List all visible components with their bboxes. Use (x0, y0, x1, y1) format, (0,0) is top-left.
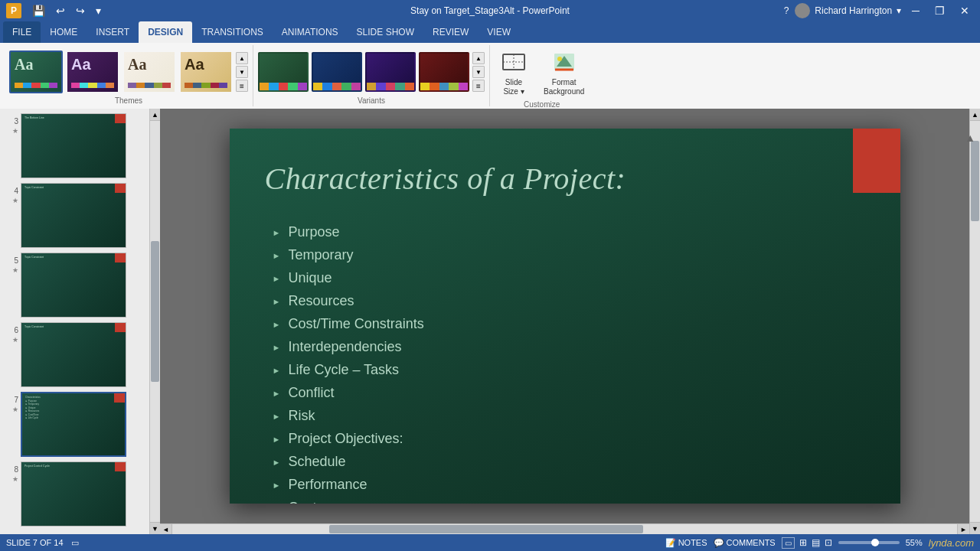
view-normal-icon[interactable]: ▭ (71, 538, 79, 548)
variant-1[interactable] (258, 52, 309, 92)
variants-scroll-up[interactable]: ▲ (472, 52, 485, 64)
notes-button[interactable]: 📝 NOTES (665, 538, 707, 548)
save-button[interactable]: 💾 (29, 3, 48, 18)
variant-4[interactable] (419, 52, 469, 92)
tab-review[interactable]: REVIEW (423, 21, 478, 43)
right-scroll-track (970, 121, 980, 522)
list-item: 7 ★ Characteristics► Purpose► Temporary►… (3, 392, 146, 457)
themes-scroll-up[interactable]: ▲ (236, 52, 248, 64)
zoom-thumb[interactable] (871, 539, 879, 546)
slide-thumbnail-7[interactable]: Characteristics► Purpose► Temporary► Uni… (21, 392, 126, 457)
format-background-button[interactable]: Format Background (539, 48, 589, 99)
notes-icon: 📝 (665, 538, 676, 548)
theme-3[interactable]: Aa (122, 51, 176, 93)
view-reading-btn[interactable]: ▤ (812, 537, 820, 548)
collapse-ribbon-button[interactable]: ▲ (965, 132, 975, 144)
variants-scroll-down[interactable]: ▼ (472, 66, 485, 78)
ribbon-content: Aa Aa (0, 43, 980, 109)
slide-bullets: ► Purpose ► Temporary ► Unique ► Resourc… (273, 224, 424, 504)
bullet-arrow-icon: ► (273, 297, 281, 306)
slides-panel: 3 ★ The Bottom Line 4 ★ (0, 109, 149, 534)
minimize-button[interactable]: ─ (907, 3, 924, 18)
right-scroll-down[interactable]: ▼ (970, 522, 980, 534)
bullet-schedule: ► Schedule (273, 454, 424, 470)
slide-thumbnail-3[interactable]: The Bottom Line (21, 113, 126, 178)
bullet-arrow-icon: ► (273, 481, 281, 490)
tab-insert[interactable]: INSERT (87, 21, 139, 43)
user-menu[interactable]: Richard Harrington ▾ (795, 3, 901, 18)
theme-1[interactable]: Aa (9, 51, 63, 93)
status-right: 📝 NOTES 💬 COMMENTS ▭ ⊞ ▤ ⊡ 55% lynda.com (665, 537, 974, 549)
more-button[interactable]: ▾ (93, 3, 104, 18)
user-avatar (795, 3, 810, 18)
bullet-text: Life Cycle – Tasks (288, 362, 399, 378)
zoom-slider[interactable] (838, 541, 900, 544)
tab-transitions[interactable]: TRANSITIONS (192, 21, 273, 43)
tab-view[interactable]: VIEW (478, 21, 520, 43)
help-icon[interactable]: ? (784, 5, 789, 16)
theme-2[interactable]: Aa (66, 51, 119, 93)
h-scroll-thumb[interactable] (329, 525, 643, 533)
quick-access-toolbar: P 💾 ↩ ↪ ▾ (6, 3, 104, 18)
themes-group: Aa Aa (5, 45, 253, 106)
right-scroll-up[interactable]: ▲ (970, 109, 980, 121)
slide-red-marker (114, 393, 125, 403)
slide-thumbnail-6[interactable]: Topic Constraint (21, 322, 126, 387)
tab-slideshow[interactable]: SLIDE SHOW (348, 21, 423, 43)
themes-scroll-down[interactable]: ▼ (236, 66, 248, 78)
customize-group: Slide Size ▾ Format (490, 45, 593, 106)
slide-thumbnail-8[interactable]: Project Control Cycle (21, 461, 126, 527)
slide-thumbnail-4[interactable]: Topic Constraint (21, 183, 126, 248)
right-scroll-thumb[interactable] (971, 141, 979, 221)
bullet-purpose: ► Purpose (273, 224, 424, 240)
bullet-interdependencies: ► Interdependencies (273, 339, 424, 355)
tab-file[interactable]: FILE (3, 21, 41, 43)
close-button[interactable]: ✕ (956, 3, 974, 18)
view-grid-btn[interactable]: ⊞ (799, 537, 807, 548)
theme-2-aa: Aa (71, 56, 114, 73)
list-item: 8 ★ Project Control Cycle (3, 461, 146, 527)
h-scroll-track (172, 524, 957, 534)
restore-button[interactable]: ❐ (930, 3, 949, 18)
bullet-text: Purpose (288, 224, 339, 240)
theme-4[interactable]: Aa (179, 51, 233, 93)
bullet-risk: ► Risk (273, 408, 424, 424)
variants-scroll: ▲ ▼ ≡ (472, 52, 485, 92)
view-present-btn[interactable]: ⊡ (825, 537, 832, 548)
themes-scroll-more[interactable]: ≡ (236, 80, 248, 92)
variants-scroll-more[interactable]: ≡ (472, 80, 485, 92)
slide-thumbnail-5[interactable]: Topic Constraint (21, 253, 126, 318)
bullet-project-objectives: ► Project Objectives: (273, 431, 424, 447)
slide-red-marker (115, 253, 126, 262)
slide-size-label: Slide Size ▾ (503, 78, 524, 96)
themes-scroll: ▲ ▼ ≡ (236, 52, 248, 92)
slide-size-button[interactable]: Slide Size ▾ (495, 48, 533, 99)
view-icons: ▭ ⊞ ▤ ⊡ (782, 537, 832, 549)
bullet-cost-time: ► Cost/Time Constraints (273, 316, 424, 332)
comments-button[interactable]: 💬 COMMENTS (714, 538, 776, 548)
list-item: 4 ★ Topic Constraint (3, 183, 146, 248)
panel-scroll-down[interactable]: ▼ (150, 522, 160, 534)
slide-number: 4 (14, 187, 18, 195)
panel-scroll-thumb[interactable] (151, 241, 159, 381)
h-scroll-right-button[interactable]: ► (957, 524, 969, 534)
main-content: 3 ★ The Bottom Line 4 ★ (0, 109, 980, 534)
bullet-arrow-icon: ► (273, 228, 281, 237)
slide-red-marker (115, 114, 126, 123)
variant-3[interactable] (365, 52, 416, 92)
redo-button[interactable]: ↪ (73, 3, 88, 18)
slide-title[interactable]: Characteristics of a Project: (265, 161, 626, 197)
slide-canvas[interactable]: Characteristics of a Project: ► Purpose … (230, 129, 900, 504)
variant-2[interactable] (312, 52, 362, 92)
ribbon: FILE HOME INSERT DESIGN TRANSITIONS ANIM… (0, 21, 980, 109)
tab-design[interactable]: DESIGN (139, 21, 192, 43)
h-scroll-left-button[interactable]: ◄ (160, 524, 172, 534)
view-normal-btn[interactable]: ▭ (782, 537, 795, 549)
theme-1-aa: Aa (15, 56, 57, 73)
bullet-text: Schedule (288, 454, 345, 470)
tab-animations[interactable]: ANIMATIONS (273, 21, 348, 43)
slide-red-marker (115, 323, 126, 332)
undo-button[interactable]: ↩ (53, 3, 68, 18)
panel-scroll-up[interactable]: ▲ (150, 109, 160, 121)
tab-home[interactable]: HOME (41, 21, 87, 43)
